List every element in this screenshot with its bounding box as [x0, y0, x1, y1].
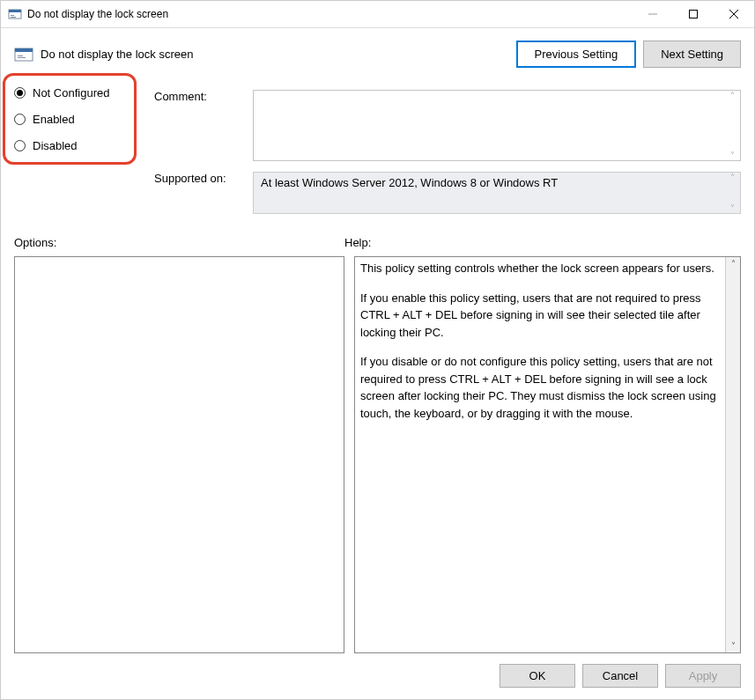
chevron-down-icon: ˅ [730, 151, 735, 160]
chevron-up-icon: ˄ [730, 91, 735, 100]
maximize-button[interactable] [673, 1, 714, 27]
supported-on-box: At least Windows Server 2012, Windows 8 … [253, 172, 741, 214]
dialog-content: Do not display the lock screen Previous … [1, 28, 754, 699]
ok-button[interactable]: OK [500, 664, 575, 688]
chevron-up-icon: ˄ [731, 257, 736, 270]
help-text: If you disable or do not configure this … [360, 353, 724, 422]
radio-button-icon [14, 114, 26, 125]
comment-input[interactable]: ˄˅ [253, 90, 741, 161]
scrollbar[interactable]: ˄˅ [725, 257, 740, 652]
policy-icon [14, 45, 33, 64]
policy-icon [8, 7, 22, 21]
radio-enabled[interactable]: Enabled [14, 106, 151, 132]
close-button[interactable] [714, 1, 754, 27]
dialog-footer: OK Cancel Apply [14, 664, 741, 688]
next-setting-button[interactable]: Next Setting [643, 41, 741, 68]
supported-on-text: At least Windows Server 2012, Windows 8 … [261, 176, 558, 189]
previous-setting-button[interactable]: Previous Setting [516, 41, 637, 68]
policy-title: Do not display the lock screen [41, 48, 193, 61]
help-panel: This policy setting controls whether the… [354, 256, 741, 653]
radio-button-icon [14, 87, 26, 99]
radio-button-icon [14, 140, 26, 151]
state-radio-group: Not Configured Enabled Disabled [14, 79, 151, 214]
svg-rect-10 [18, 55, 23, 56]
chevron-down-icon: ˅ [731, 639, 736, 652]
help-text: This policy setting controls whether the… [360, 260, 724, 277]
help-text: If you enable this policy setting, users… [360, 290, 724, 342]
radio-disabled[interactable]: Disabled [14, 132, 151, 158]
help-label: Help: [344, 236, 371, 249]
svg-rect-11 [18, 57, 26, 58]
window-title: Do not display the lock screen [27, 8, 168, 20]
svg-rect-1 [9, 10, 21, 12]
policy-dialog-window: Do not display the lock screen Do not di… [0, 0, 755, 700]
radio-label: Enabled [33, 113, 75, 126]
window-controls [633, 1, 754, 27]
section-labels: Options: Help: [14, 236, 741, 249]
radio-label: Not Configured [33, 86, 109, 99]
options-label: Options: [14, 236, 344, 249]
options-panel [14, 256, 344, 653]
panels: This policy setting controls whether the… [14, 256, 741, 653]
cancel-button[interactable]: Cancel [582, 664, 658, 688]
svg-rect-5 [690, 11, 698, 18]
supported-on-label: Supported on: [154, 161, 249, 214]
scrollbar[interactable]: ˄˅ [725, 173, 740, 213]
chevron-up-icon: ˄ [730, 173, 735, 182]
settings-grid: Not Configured Enabled Disabled Comment:… [14, 90, 741, 214]
chevron-down-icon: ˅ [730, 203, 735, 213]
scrollbar[interactable]: ˄˅ [725, 91, 740, 160]
comment-label: Comment: [154, 90, 249, 161]
svg-rect-9 [15, 48, 33, 52]
header-row: Do not display the lock screen Previous … [14, 41, 741, 68]
svg-rect-2 [11, 15, 14, 16]
radio-label: Disabled [33, 139, 78, 152]
apply-button[interactable]: Apply [665, 664, 741, 688]
svg-rect-3 [11, 17, 16, 18]
radio-not-configured[interactable]: Not Configured [14, 79, 151, 106]
minimize-button[interactable] [633, 1, 673, 27]
title-bar: Do not display the lock screen [1, 1, 754, 28]
